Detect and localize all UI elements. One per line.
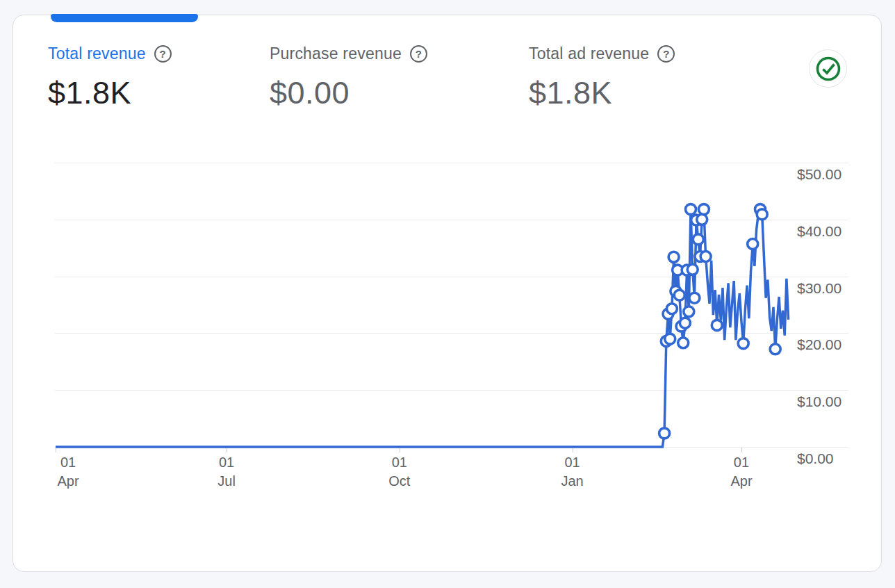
y-axis-tick-label: $20.00 xyxy=(797,336,841,353)
x-axis-tick-label: 01Oct xyxy=(368,453,431,491)
data-point-marker xyxy=(682,265,692,275)
gridline xyxy=(55,277,848,277)
data-point-marker xyxy=(755,204,766,215)
data-point-marker xyxy=(678,338,689,348)
x-axis-tick-mark xyxy=(56,448,56,452)
data-point-marker xyxy=(695,252,705,262)
data-point-marker xyxy=(686,204,696,215)
line-path xyxy=(56,209,789,447)
data-point-marker xyxy=(666,304,677,314)
revenue-overview-card: Total revenue ? $1.8K Purchase revenue ?… xyxy=(13,15,882,572)
data-point-marker xyxy=(748,239,758,250)
x-axis-tick-mark xyxy=(227,448,227,452)
data-point-marker xyxy=(757,209,767,220)
gridline xyxy=(55,447,848,448)
gridline xyxy=(55,220,848,220)
data-point-marker xyxy=(680,318,690,328)
y-axis-tick-label: $10.00 xyxy=(797,393,841,410)
x-axis-tick-mark xyxy=(400,448,400,452)
data-point-marker xyxy=(661,336,671,346)
data-point-marker xyxy=(738,338,748,349)
data-point-marker xyxy=(712,320,722,330)
data-point-marker xyxy=(663,309,673,319)
y-axis-tick-label: $30.00 xyxy=(797,280,841,297)
gridline xyxy=(55,163,848,163)
y-axis-tick-label: $50.00 xyxy=(797,166,841,183)
gridline xyxy=(55,333,848,334)
gridline xyxy=(55,390,848,391)
x-axis-tick-label: 01Jul xyxy=(195,453,258,491)
data-point-marker xyxy=(671,286,681,296)
data-point-marker xyxy=(659,428,670,439)
data-point-marker xyxy=(689,293,700,303)
y-axis-tick-label: $40.00 xyxy=(797,223,841,240)
data-point-marker xyxy=(674,290,684,300)
data-point-marker xyxy=(687,264,698,275)
revenue-line-chart: $50.00$40.00$30.00$20.00$10.00$0.0001Apr… xyxy=(13,15,882,573)
data-point-marker xyxy=(665,334,675,344)
data-point-marker xyxy=(698,204,709,215)
y-axis-tick-label: $0.00 xyxy=(797,450,834,467)
data-point-marker xyxy=(700,252,711,262)
x-axis-tick-label: 01Jan xyxy=(541,453,604,491)
data-point-marker xyxy=(676,321,687,332)
data-point-marker xyxy=(684,307,694,317)
data-point-marker xyxy=(693,234,703,245)
x-axis-tick-mark xyxy=(573,448,573,452)
x-axis-tick-label: 01Apr xyxy=(37,453,99,491)
x-axis-tick-label: 01Apr xyxy=(710,453,773,491)
x-axis-tick-mark xyxy=(741,448,742,452)
data-point-marker xyxy=(668,252,679,262)
data-point-marker xyxy=(673,265,683,275)
data-point-marker xyxy=(770,344,780,354)
